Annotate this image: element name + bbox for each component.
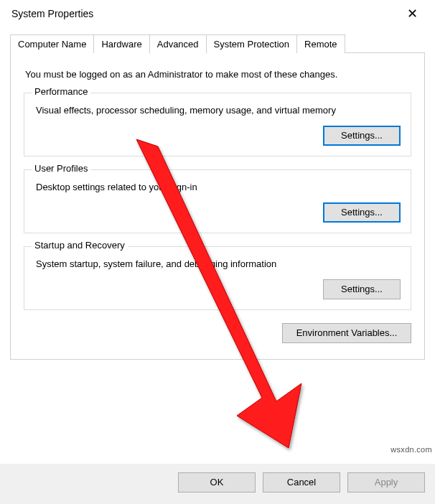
profiles-settings-button[interactable]: Settings... <box>323 202 401 223</box>
performance-desc: Visual effects, processor scheduling, me… <box>36 105 401 116</box>
tab-remote[interactable]: Remote <box>296 34 345 53</box>
ok-button[interactable]: OK <box>178 472 256 493</box>
window-title: System Properties <box>11 8 93 19</box>
performance-settings-button[interactable]: Settings... <box>323 126 401 146</box>
tab-computer-name[interactable]: Computer Name <box>10 34 94 53</box>
tab-system-protection[interactable]: System Protection <box>206 34 298 53</box>
titlebar: System Properties ✕ <box>0 0 435 29</box>
dialog-button-bar: OK Cancel Apply <box>0 464 435 504</box>
group-startup-recovery: Startup and Recovery System startup, sys… <box>24 246 411 310</box>
environment-variables-button[interactable]: Environment Variables... <box>282 323 411 343</box>
apply-button[interactable]: Apply <box>347 472 425 493</box>
profiles-desc: Desktop settings related to your sign-in <box>36 182 401 192</box>
startup-legend: Startup and Recovery <box>32 240 128 251</box>
tab-hardware[interactable]: Hardware <box>93 34 149 53</box>
profiles-legend: User Profiles <box>32 163 90 174</box>
tab-content-advanced: You must be logged on as an Administrato… <box>10 52 425 360</box>
close-icon[interactable]: ✕ <box>401 6 424 22</box>
watermark-text: wsxdn.com <box>390 445 432 454</box>
cancel-button[interactable]: Cancel <box>263 472 340 493</box>
group-user-profiles: User Profiles Desktop settings related t… <box>24 169 411 233</box>
startup-desc: System startup, system failure, and debu… <box>36 258 401 269</box>
group-performance: Performance Visual effects, processor sc… <box>24 93 411 157</box>
performance-legend: Performance <box>32 86 90 97</box>
tabs-container: Computer Name Hardware Advanced System P… <box>0 29 435 360</box>
tabs-row: Computer Name Hardware Advanced System P… <box>10 34 425 53</box>
intro-text: You must be logged on as an Administrato… <box>25 69 411 80</box>
startup-settings-button[interactable]: Settings... <box>323 279 401 299</box>
tab-advanced[interactable]: Advanced <box>149 34 207 54</box>
